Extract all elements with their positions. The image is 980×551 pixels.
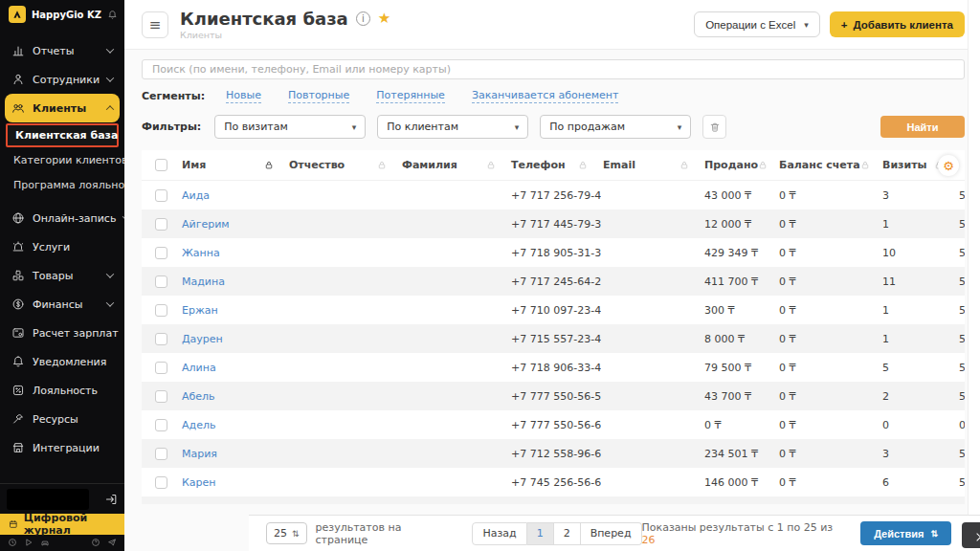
client-name[interactable]: Мадина bbox=[182, 276, 225, 288]
lock-icon[interactable] bbox=[578, 160, 588, 170]
select-all-checkbox[interactable] bbox=[155, 159, 167, 171]
table-row[interactable]: Карен+7 745 256-56-62146 000 ₸0 ₸65 bbox=[142, 468, 965, 496]
bell-icon[interactable] bbox=[107, 10, 118, 20]
sidebar-item-goods[interactable]: Товары bbox=[5, 261, 120, 290]
page-number-button[interactable]: 1 bbox=[527, 522, 554, 545]
excel-operations-button[interactable]: Операции с Excel ▾ bbox=[694, 11, 820, 37]
client-name[interactable]: Алина bbox=[182, 362, 216, 374]
hamburger-menu-icon[interactable]: ≡ bbox=[142, 11, 168, 38]
chevron-down-icon bbox=[106, 298, 114, 306]
client-visits: 3 bbox=[882, 189, 889, 202]
sidebar-item-reports[interactable]: Отчеты bbox=[5, 36, 120, 65]
lock-icon[interactable] bbox=[758, 160, 768, 170]
row-checkbox[interactable] bbox=[155, 476, 167, 489]
filter-select-2[interactable]: По продажам▾ bbox=[540, 115, 691, 139]
table-row[interactable]: Даурен+7 715 557-23-48 000 ₸0 ₸15 bbox=[142, 324, 965, 353]
row-checkbox[interactable] bbox=[155, 419, 167, 431]
table-row[interactable]: Ержан+7 710 097-23-4300 ₸0 ₸15 bbox=[142, 296, 965, 324]
chevron-right-icon bbox=[973, 533, 980, 540]
plus-icon: + bbox=[841, 19, 848, 31]
table-row[interactable]: Абель+7 777 550-56-5543 700 ₸0 ₸25 bbox=[142, 382, 965, 410]
client-name[interactable]: Адель bbox=[182, 419, 215, 431]
sidebar-item-notifications[interactable]: Уведомления bbox=[5, 347, 120, 376]
lock-icon[interactable] bbox=[486, 160, 496, 170]
row-checkbox[interactable] bbox=[155, 390, 167, 403]
row-checkbox[interactable] bbox=[155, 218, 167, 231]
client-balance: 0 ₸ bbox=[779, 390, 796, 403]
table-row[interactable]: Мария+7 712 558-96-63234 501 ₸0 ₸35 bbox=[142, 439, 965, 468]
client-name[interactable]: Карен bbox=[182, 476, 216, 489]
segment-link[interactable]: Новые bbox=[226, 89, 261, 103]
actions-button[interactable]: Действия ⇅ bbox=[860, 521, 951, 545]
table-row[interactable]: Алина+7 718 906-33-4479 500 ₸0 ₸55 bbox=[142, 353, 965, 382]
sidebar-subitem[interactable]: Клиентская база bbox=[6, 123, 119, 147]
add-client-button[interactable]: + Добавить клиента bbox=[830, 11, 965, 37]
table-row[interactable]: Адель+7 777 550-56-600 ₸0 ₸00 bbox=[142, 410, 965, 439]
sidebar-item-staff[interactable]: Сотрудники bbox=[5, 65, 120, 94]
client-name[interactable]: Мария bbox=[182, 448, 217, 460]
table-row[interactable]: Аида+7 717 256-79-4343 000 ₸0 ₸35 bbox=[142, 181, 965, 209]
client-name[interactable]: Жанна bbox=[182, 247, 220, 259]
lock-icon[interactable] bbox=[860, 160, 870, 170]
play-icon[interactable] bbox=[24, 538, 33, 547]
chevron-down-icon: ▾ bbox=[352, 122, 357, 132]
sidebar-item-online-booking[interactable]: Онлайн-запись bbox=[5, 204, 120, 232]
sidebar-item-salary[interactable]: Расчет зарплат bbox=[5, 319, 120, 347]
row-checkbox[interactable] bbox=[155, 304, 167, 317]
find-button[interactable]: Найти bbox=[880, 116, 965, 138]
segment-link[interactable]: Потерянные bbox=[376, 89, 445, 103]
page-number-button[interactable]: 2 bbox=[554, 522, 581, 545]
salary-icon bbox=[11, 326, 25, 340]
row-checkbox[interactable] bbox=[155, 189, 167, 202]
column-settings-gear-icon[interactable]: ⚙ bbox=[938, 155, 959, 176]
sidebar-item-clients[interactable]: Клиенты bbox=[5, 94, 120, 122]
table-row[interactable]: Жанна+7 718 905-31-32429 349 ₸0 ₸105 bbox=[142, 238, 965, 267]
sidebar-item-loyalty[interactable]: Лояльность bbox=[5, 376, 120, 405]
lock-icon[interactable] bbox=[264, 160, 274, 170]
filter-select-1[interactable]: По клиентам▾ bbox=[377, 115, 528, 139]
client-balance: 0 ₸ bbox=[779, 476, 796, 489]
help-icon[interactable] bbox=[91, 538, 100, 547]
sidebar-subitem[interactable]: Категории клиентов bbox=[6, 148, 119, 172]
sidebar-item-finance[interactable]: Финансы bbox=[5, 290, 120, 319]
collapse-panel-button[interactable] bbox=[962, 522, 980, 548]
client-name[interactable]: Айгерим bbox=[182, 218, 230, 231]
per-page-select[interactable]: 25 ⇅ bbox=[266, 522, 307, 544]
info-icon[interactable]: i bbox=[356, 11, 370, 26]
logout-icon[interactable] bbox=[104, 493, 118, 506]
loyalty-icon bbox=[11, 384, 25, 397]
page-forward-button[interactable]: Вперед bbox=[581, 522, 642, 545]
table-row[interactable]: Айгерим+7 717 445-79-3212 000 ₸0 ₸15 bbox=[142, 209, 965, 238]
favorite-star-icon[interactable]: ★ bbox=[378, 11, 390, 26]
row-checkbox[interactable] bbox=[155, 362, 167, 374]
client-name[interactable]: Абель bbox=[182, 390, 215, 403]
row-checkbox[interactable] bbox=[155, 333, 167, 345]
lock-icon[interactable] bbox=[679, 160, 689, 170]
sidebar-user-area bbox=[0, 483, 124, 514]
table-row[interactable]: Мадина+7 717 245-64-21411 700 ₸0 ₸115 bbox=[142, 267, 965, 296]
segment-link[interactable]: Повторные bbox=[288, 89, 349, 103]
client-name[interactable]: Аида bbox=[182, 189, 210, 202]
lock-icon[interactable] bbox=[377, 160, 387, 170]
row-checkbox[interactable] bbox=[155, 448, 167, 460]
sidebar-item-resources[interactable]: Ресурсы bbox=[5, 405, 120, 433]
search-input[interactable] bbox=[142, 59, 965, 79]
sidebar-item-integrations[interactable]: Интеграции bbox=[5, 433, 120, 462]
car-icon[interactable] bbox=[40, 538, 50, 547]
client-name[interactable]: Ержан bbox=[182, 304, 218, 317]
segment-link[interactable]: Заканчивается абонемент bbox=[472, 89, 618, 103]
client-extra: 5 bbox=[959, 276, 965, 288]
send-icon[interactable] bbox=[107, 538, 117, 547]
row-checkbox[interactable] bbox=[155, 276, 167, 288]
clock-icon[interactable] bbox=[8, 538, 17, 547]
client-visits: 1 bbox=[882, 218, 889, 231]
sidebar-subitem[interactable]: Программа лояльности bbox=[6, 173, 119, 197]
clear-filters-button[interactable] bbox=[702, 115, 726, 139]
digital-journal-button[interactable]: Цифровой журнал bbox=[0, 514, 124, 535]
filter-select-0[interactable]: По визитам▾ bbox=[214, 115, 366, 139]
client-name[interactable]: Даурен bbox=[182, 333, 223, 345]
sidebar-item-services[interactable]: Услуги bbox=[5, 232, 120, 261]
page-back-button[interactable]: Назад bbox=[472, 522, 526, 545]
right-scroll-strip[interactable] bbox=[968, 0, 980, 515]
row-checkbox[interactable] bbox=[155, 247, 167, 259]
